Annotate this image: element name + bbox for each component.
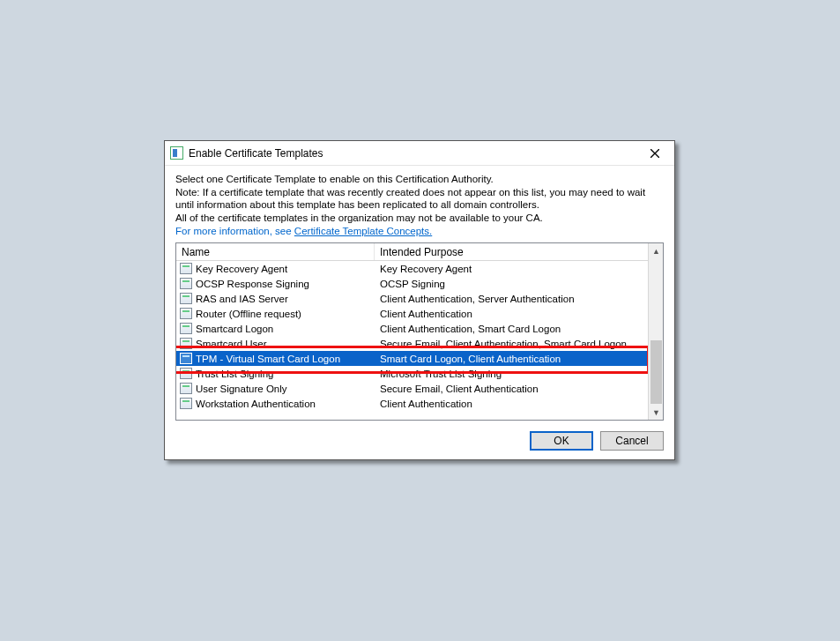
- table-row[interactable]: Key Recovery AgentKey Recovery Agent: [176, 261, 648, 276]
- moreinfo-prefix: For more information, see: [175, 226, 294, 236]
- row-name: Key Recovery Agent: [196, 264, 287, 274]
- instruction-line: Select one Certificate Template to enabl…: [175, 173, 664, 185]
- row-purpose: Secure Email, Client Authentication: [375, 384, 648, 394]
- dialog-body: Select one Certificate Template to enabl…: [165, 166, 674, 459]
- certificate-template-icon: [180, 308, 192, 319]
- certificate-template-icon: [180, 353, 192, 364]
- close-button[interactable]: [639, 144, 671, 163]
- certificate-template-icon: [180, 278, 192, 289]
- scroll-up-icon[interactable]: ▲: [649, 243, 664, 258]
- row-purpose: Client Authentication: [375, 399, 648, 409]
- window-icon: [170, 146, 183, 160]
- row-purpose: Client Authentication, Smart Card Logon: [375, 324, 648, 334]
- titlebar: Enable Certificate Templates: [165, 141, 674, 166]
- table-row[interactable]: RAS and IAS ServerClient Authentication,…: [176, 291, 648, 306]
- table-row[interactable]: Trust List SigningMicrosoft Trust List S…: [176, 366, 648, 381]
- row-purpose: OCSP Signing: [375, 279, 648, 289]
- row-name: Smartcard Logon: [196, 324, 273, 334]
- template-list: Name Intended Purpose Key Recovery Agent…: [175, 242, 664, 421]
- row-purpose: Smart Card Logon, Client Authentication: [375, 354, 648, 364]
- row-purpose: Client Authentication, Server Authentica…: [375, 294, 648, 304]
- table-row[interactable]: Router (Offline request)Client Authentic…: [176, 306, 648, 321]
- column-header-purpose[interactable]: Intended Purpose: [375, 243, 663, 260]
- instruction-line: All of the certificate templates in the …: [175, 212, 664, 224]
- row-purpose: Key Recovery Agent: [375, 264, 648, 274]
- button-row: OK Cancel: [175, 431, 664, 451]
- instructions: Select one Certificate Template to enabl…: [175, 173, 664, 237]
- window-title: Enable Certificate Templates: [189, 147, 323, 160]
- enable-cert-templates-dialog: Enable Certificate Templates Select one …: [164, 140, 675, 460]
- table-row[interactable]: Smartcard UserSecure Email, Client Authe…: [176, 336, 648, 351]
- cancel-button[interactable]: Cancel: [600, 431, 664, 451]
- scrollbar[interactable]: ▲ ▼: [648, 243, 663, 420]
- row-name: Workstation Authentication: [196, 399, 316, 409]
- certificate-template-icon: [180, 383, 192, 394]
- scroll-down-icon[interactable]: ▼: [649, 405, 664, 420]
- column-header-name[interactable]: Name: [176, 243, 375, 260]
- list-rows: Key Recovery AgentKey Recovery AgentOCSP…: [176, 261, 648, 420]
- row-name: RAS and IAS Server: [196, 294, 288, 304]
- row-name: Smartcard User: [196, 339, 267, 349]
- row-purpose: Secure Email, Client Authentication, Sma…: [375, 339, 648, 349]
- row-name: Router (Offline request): [196, 309, 301, 319]
- certificate-template-icon: [180, 398, 192, 409]
- certificate-template-icon: [180, 338, 192, 349]
- scroll-thumb[interactable]: [650, 340, 662, 404]
- list-header: Name Intended Purpose: [176, 243, 663, 261]
- row-name: OCSP Response Signing: [196, 279, 309, 289]
- row-name: Trust List Signing: [196, 369, 273, 379]
- row-name: User Signature Only: [196, 384, 287, 394]
- row-purpose: Microsoft Trust List Signing: [375, 369, 648, 379]
- moreinfo-line: For more information, see Certificate Te…: [175, 225, 664, 237]
- row-purpose: Client Authentication: [375, 309, 648, 319]
- table-row[interactable]: User Signature OnlySecure Email, Client …: [176, 381, 648, 396]
- instruction-line: Note: If a certificate template that was…: [175, 186, 664, 211]
- ok-button[interactable]: OK: [530, 431, 593, 451]
- close-icon: [650, 149, 659, 158]
- certificate-template-icon: [180, 323, 192, 334]
- certificate-template-icon: [180, 293, 192, 304]
- certificate-template-icon: [180, 263, 192, 274]
- table-row[interactable]: TPM - Virtual Smart Card LogonSmart Card…: [176, 351, 648, 366]
- table-row[interactable]: OCSP Response SigningOCSP Signing: [176, 276, 648, 291]
- table-row[interactable]: Workstation AuthenticationClient Authent…: [176, 396, 648, 411]
- table-row[interactable]: Smartcard LogonClient Authentication, Sm…: [176, 321, 648, 336]
- certificate-template-icon: [180, 368, 192, 379]
- moreinfo-link[interactable]: Certificate Template Concepts.: [294, 226, 432, 236]
- row-name: TPM - Virtual Smart Card Logon: [196, 354, 340, 364]
